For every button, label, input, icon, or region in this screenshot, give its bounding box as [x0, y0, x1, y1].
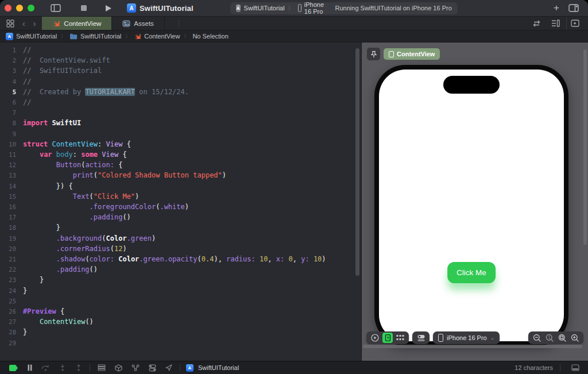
pause-icon[interactable]: [24, 361, 36, 374]
line-number[interactable]: 24: [0, 286, 23, 296]
code-line[interactable]: 17 .padding(): [0, 212, 361, 222]
line-number[interactable]: 23: [0, 275, 23, 285]
line-number[interactable]: 28: [0, 327, 23, 337]
code-line[interactable]: 29: [0, 338, 361, 348]
line-number[interactable]: 9: [0, 129, 23, 139]
line-number[interactable]: 22: [0, 264, 23, 275]
preview-target-badge[interactable]: ContentView: [384, 48, 440, 60]
editor-scrollbar[interactable]: [355, 48, 359, 276]
environment-overrides-icon[interactable]: [145, 361, 160, 374]
destination-selector[interactable]: iPhone 16 Pro: [304, 1, 328, 15]
code-line[interactable]: 2// ContentView.swift: [0, 55, 361, 65]
add-editor-icon[interactable]: [566, 17, 583, 30]
line-number[interactable]: 20: [0, 244, 23, 254]
code-line[interactable]: 6//: [0, 97, 361, 107]
tab-contentview[interactable]: ContentView: [42, 17, 112, 30]
code-line[interactable]: 5// Created by TUTORIALKART on 15/12/24.: [0, 87, 361, 97]
line-number[interactable]: 11: [0, 149, 23, 160]
line-number[interactable]: 1: [0, 45, 23, 55]
zoom-fit-icon[interactable]: [557, 333, 567, 343]
line-number[interactable]: 14: [0, 181, 23, 191]
scheme-selector[interactable]: SwiftUITutorial: [244, 5, 285, 11]
line-number[interactable]: 18: [0, 222, 23, 233]
add-item-icon[interactable]: +: [549, 2, 564, 14]
running-app-label[interactable]: SwiftUITutorial: [198, 364, 239, 371]
line-number[interactable]: 5: [0, 87, 23, 97]
line-number[interactable]: 27: [0, 317, 23, 327]
live-preview-play-icon[interactable]: [370, 333, 380, 343]
click-me-button[interactable]: Click Me: [447, 262, 496, 283]
code-line[interactable]: 13 print("Colored Shadow Button tapped"): [0, 170, 361, 180]
minimap-icon[interactable]: [547, 17, 564, 30]
code-line[interactable]: 15 Text("Click Me"): [0, 191, 361, 202]
close-window-button[interactable]: [5, 5, 11, 11]
code-line[interactable]: 3// SwiftUITutorial: [0, 65, 361, 76]
step-into-icon[interactable]: [55, 361, 70, 374]
canvas-vertical-scrollbar[interactable]: [583, 49, 587, 245]
tab-assets[interactable]: Assets: [112, 17, 165, 30]
variants-mode-icon[interactable]: [395, 333, 405, 343]
code-editor[interactable]: 1//2// ContentView.swift3// SwiftUITutor…: [0, 43, 362, 361]
memory-graph-icon[interactable]: [111, 361, 126, 374]
swap-editor-icon[interactable]: [528, 17, 545, 30]
zoom-out-icon[interactable]: [532, 333, 542, 343]
line-number[interactable]: 15: [0, 191, 23, 202]
line-number[interactable]: 21: [0, 254, 23, 264]
line-number[interactable]: 17: [0, 212, 23, 222]
related-items-icon[interactable]: [2, 20, 18, 28]
code-line[interactable]: 18 }: [0, 222, 361, 233]
line-number[interactable]: 29: [0, 338, 23, 348]
line-number[interactable]: 8: [0, 118, 23, 128]
go-back-icon[interactable]: ‹: [18, 19, 29, 28]
breakpoints-toggle-icon[interactable]: [5, 361, 22, 374]
code-line[interactable]: 14 }) {: [0, 181, 361, 191]
toggle-navigator-icon[interactable]: [46, 2, 65, 14]
device-settings-pill[interactable]: [412, 331, 430, 344]
line-number[interactable]: 6: [0, 97, 23, 107]
code-line[interactable]: 24}: [0, 286, 361, 296]
line-number[interactable]: 4: [0, 76, 23, 87]
line-number[interactable]: 19: [0, 233, 23, 244]
minimize-window-button[interactable]: [16, 5, 23, 11]
code-line[interactable]: 4//: [0, 76, 361, 87]
line-number[interactable]: 10: [0, 139, 23, 149]
code-line[interactable]: 23 }: [0, 275, 361, 285]
line-number[interactable]: 25: [0, 296, 23, 306]
zoom-window-button[interactable]: [28, 5, 34, 11]
breadcrumb-selection[interactable]: No Selection: [192, 33, 228, 40]
line-number[interactable]: 26: [0, 306, 23, 317]
zoom-in-icon[interactable]: [570, 333, 580, 343]
code-line[interactable]: 8import SwiftUI: [0, 118, 361, 128]
code-line[interactable]: 12 Button(action: {: [0, 160, 361, 170]
toggle-inspector-icon[interactable]: [564, 2, 583, 14]
step-over-icon[interactable]: [37, 361, 54, 374]
code-line[interactable]: 10struct ContentView: View {: [0, 139, 361, 149]
simulate-location-icon[interactable]: [161, 361, 176, 374]
line-number[interactable]: 16: [0, 202, 23, 212]
pin-preview-button[interactable]: [367, 48, 380, 60]
code-line[interactable]: 21 .shadow(color: Color.green.opacity(0.…: [0, 254, 361, 264]
line-number[interactable]: 2: [0, 55, 23, 65]
code-line[interactable]: 7: [0, 107, 361, 118]
code-line[interactable]: 20 .cornerRadius(12): [0, 244, 361, 254]
breadcrumb-group[interactable]: SwiftUITutorial: [69, 33, 121, 40]
code-line[interactable]: 1//: [0, 45, 361, 55]
run-button[interactable]: [100, 2, 117, 14]
code-line[interactable]: 11 var body: some View {: [0, 149, 361, 160]
preview-device-selector[interactable]: iPhone 16 Pro ⌄: [433, 331, 500, 344]
code-line[interactable]: 27 ContentView(): [0, 317, 361, 327]
line-number[interactable]: 12: [0, 160, 23, 170]
view-hierarchy-icon[interactable]: [94, 361, 110, 374]
line-number[interactable]: 7: [0, 107, 23, 118]
code-line[interactable]: 28}: [0, 327, 361, 337]
step-out-icon[interactable]: [71, 361, 86, 374]
stop-button[interactable]: [76, 2, 92, 14]
line-number[interactable]: 3: [0, 65, 23, 76]
code-line[interactable]: 16 .foregroundColor(.white): [0, 202, 361, 212]
breadcrumb-file[interactable]: ContentView: [134, 33, 180, 40]
code-line[interactable]: 26#Preview {: [0, 306, 361, 317]
code-line[interactable]: 25: [0, 296, 361, 306]
breadcrumb-project[interactable]: A SwiftUITutorial: [6, 33, 57, 40]
canvas-horizontal-scrollbar[interactable]: [363, 345, 582, 348]
selectable-mode-icon[interactable]: [382, 333, 393, 343]
